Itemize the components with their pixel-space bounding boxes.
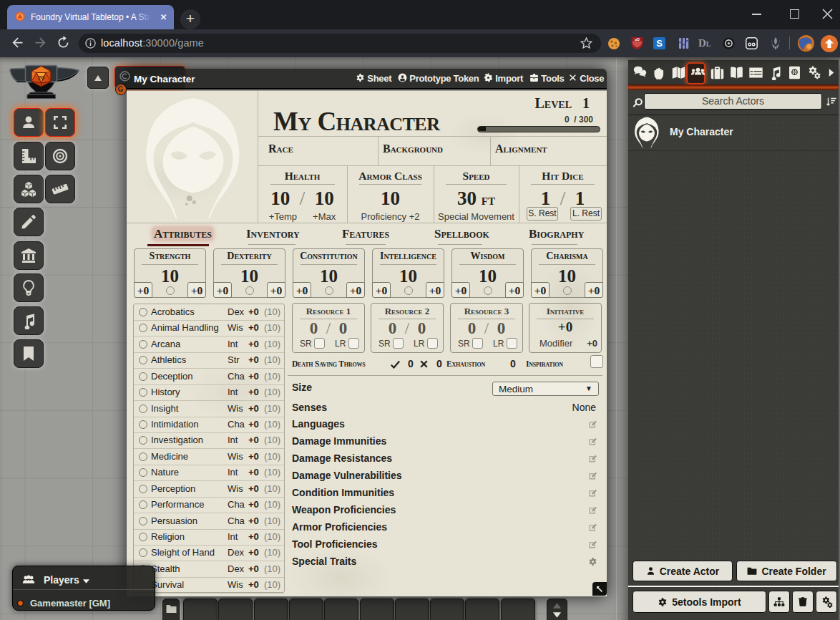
svg-text:20: 20 [38, 74, 44, 81]
svg-text:uO: uO [635, 37, 640, 42]
svg-text:S: S [656, 38, 663, 49]
